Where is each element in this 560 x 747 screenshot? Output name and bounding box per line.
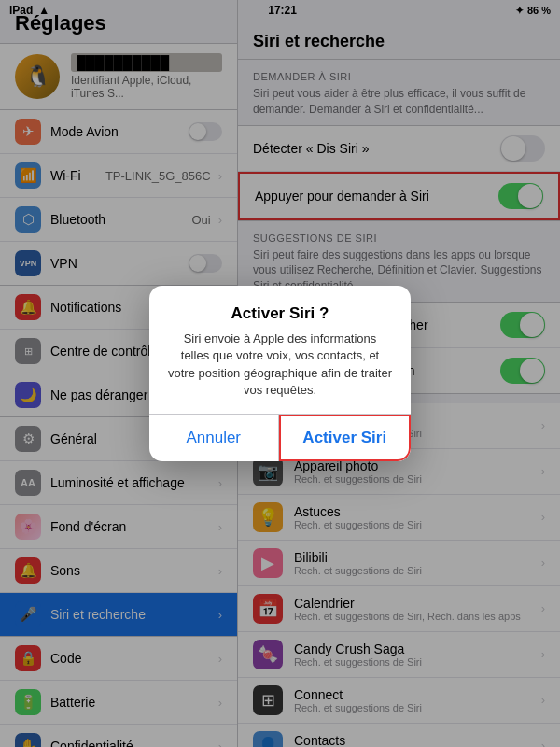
modal-text: Siri envoie à Apple des informations tel… [168, 331, 392, 399]
confirm-button[interactable]: Activer Siri [279, 415, 412, 461]
status-bar: iPad ▲ 17:21 ✦ 86 % [0, 0, 560, 21]
modal-body: Activer Siri ? Siri envoie à Apple des i… [149, 286, 411, 414]
modal-dialog: Activer Siri ? Siri envoie à Apple des i… [149, 286, 411, 461]
modal-buttons: Annuler Activer Siri [149, 415, 411, 461]
carrier-label: iPad [9, 4, 33, 17]
modal-title: Activer Siri ? [168, 304, 392, 323]
cancel-button[interactable]: Annuler [149, 415, 279, 461]
bluetooth-icon: ✦ [515, 5, 524, 17]
wifi-icon: ▲ [38, 4, 49, 17]
time-label: 17:21 [268, 4, 297, 17]
battery-label: 86 % [527, 5, 551, 16]
modal-overlay: Activer Siri ? Siri envoie à Apple des i… [0, 0, 560, 747]
